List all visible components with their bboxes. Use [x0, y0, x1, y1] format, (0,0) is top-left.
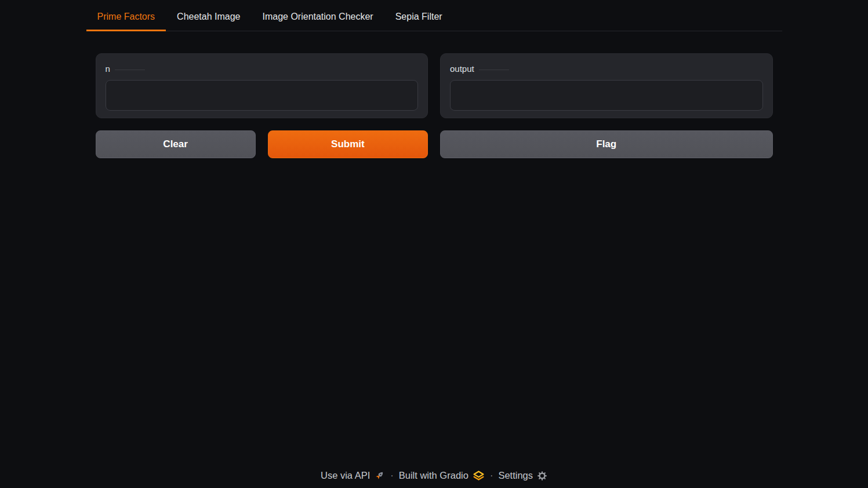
- input-label: n: [106, 64, 419, 73]
- flag-button[interactable]: Flag: [440, 130, 773, 158]
- footer-separator: ·: [490, 470, 493, 481]
- settings-link[interactable]: Settings: [498, 470, 547, 481]
- tab-sepia-filter[interactable]: Sepia Filter: [384, 5, 453, 31]
- built-with-gradio-link[interactable]: Built with Gradio: [399, 469, 485, 482]
- submit-button[interactable]: Submit: [268, 130, 428, 158]
- tab-prime-factors[interactable]: Prime Factors: [86, 5, 166, 31]
- built-with-gradio-label: Built with Gradio: [399, 470, 468, 481]
- main-content: n output Clear Submit Flag: [86, 53, 782, 158]
- tab-cheetah-image[interactable]: Cheetah Image: [166, 5, 251, 31]
- footer-separator: ·: [390, 470, 394, 481]
- gradio-app: Prime Factors Cheetah Image Image Orient…: [86, 0, 782, 158]
- gear-icon: [537, 471, 547, 481]
- tab-image-orientation-checker[interactable]: Image Orientation Checker: [251, 5, 384, 31]
- n-input[interactable]: [106, 80, 419, 111]
- use-via-api-label: Use via API: [321, 470, 370, 481]
- footer: Use via API · Built with Gradio · Settin…: [0, 469, 868, 482]
- right-button-row: Flag: [440, 130, 773, 158]
- use-via-api-link[interactable]: Use via API: [321, 470, 385, 481]
- tab-bar: Prime Factors Cheetah Image Image Orient…: [86, 5, 782, 31]
- rocket-icon: [374, 470, 385, 481]
- output-textbox[interactable]: [450, 80, 763, 111]
- clear-button[interactable]: Clear: [96, 130, 256, 158]
- left-button-row: Clear Submit: [96, 130, 428, 158]
- input-panel: n: [96, 53, 428, 118]
- settings-label: Settings: [498, 470, 533, 481]
- output-label: output: [450, 64, 763, 73]
- output-panel: output: [440, 53, 773, 118]
- gradio-logo-icon: [473, 469, 485, 482]
